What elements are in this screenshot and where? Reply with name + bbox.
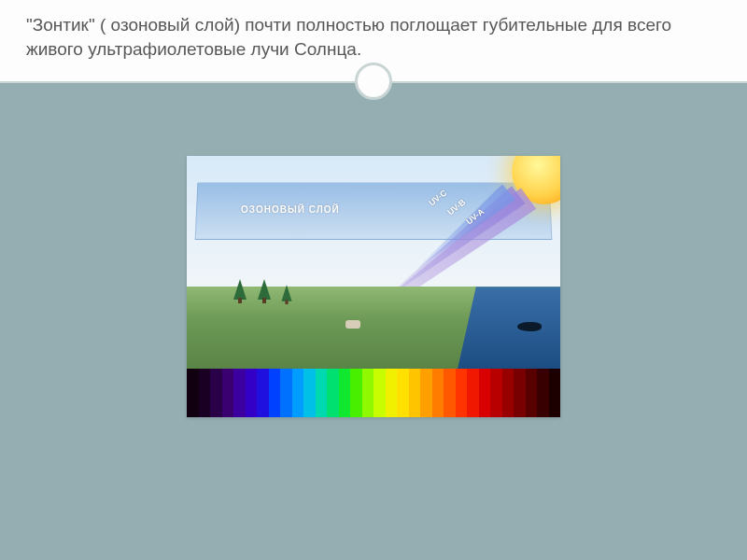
divider bbox=[0, 63, 747, 100]
diagram-container: ОЗОНОВЫЙ СЛОЙ UV-C UV-B UV-A bbox=[0, 100, 747, 417]
spectrum-band bbox=[316, 369, 328, 417]
spectrum-band bbox=[467, 369, 479, 417]
spectrum-band bbox=[432, 369, 444, 417]
spectrum-band bbox=[409, 369, 421, 417]
visible-spectrum bbox=[187, 369, 560, 417]
ozone-layer-label: ОЗОНОВЫЙ СЛОЙ bbox=[241, 204, 340, 215]
slide-heading: "Зонтик" ( озоновый слой) почти полность… bbox=[26, 13, 721, 61]
spectrum-band bbox=[210, 369, 222, 417]
divider-circle-icon bbox=[355, 63, 392, 100]
spectrum-band bbox=[292, 369, 304, 417]
spectrum-band bbox=[456, 369, 468, 417]
tree-icon bbox=[281, 285, 291, 301]
tree-icon bbox=[258, 279, 271, 300]
spectrum-band bbox=[339, 369, 351, 417]
spectrum-band bbox=[420, 369, 432, 417]
spectrum-band bbox=[257, 369, 269, 417]
spectrum-band bbox=[537, 369, 549, 417]
spectrum-band bbox=[327, 369, 339, 417]
spectrum-band bbox=[187, 369, 199, 417]
spectrum-band bbox=[222, 369, 234, 417]
spectrum-band bbox=[514, 369, 526, 417]
spectrum-band bbox=[303, 369, 316, 417]
spectrum-band bbox=[233, 369, 246, 417]
spectrum-band bbox=[280, 369, 292, 417]
whale-icon bbox=[517, 322, 542, 331]
spectrum-band bbox=[479, 369, 491, 417]
spectrum-band bbox=[246, 369, 258, 417]
spectrum-band bbox=[526, 369, 538, 417]
spectrum-band bbox=[490, 369, 502, 417]
cow-icon bbox=[345, 320, 360, 329]
spectrum-band bbox=[199, 369, 211, 417]
spectrum-band bbox=[350, 369, 362, 417]
spectrum-band bbox=[269, 369, 281, 417]
spectrum-band bbox=[502, 369, 514, 417]
ozone-diagram: ОЗОНОВЫЙ СЛОЙ UV-C UV-B UV-A bbox=[187, 156, 560, 417]
spectrum-band bbox=[444, 369, 456, 417]
spectrum-band bbox=[397, 369, 409, 417]
spectrum-band bbox=[362, 369, 374, 417]
spectrum-band bbox=[374, 369, 386, 417]
spectrum-band bbox=[549, 369, 561, 417]
tree-icon bbox=[233, 279, 247, 300]
spectrum-band bbox=[386, 369, 398, 417]
